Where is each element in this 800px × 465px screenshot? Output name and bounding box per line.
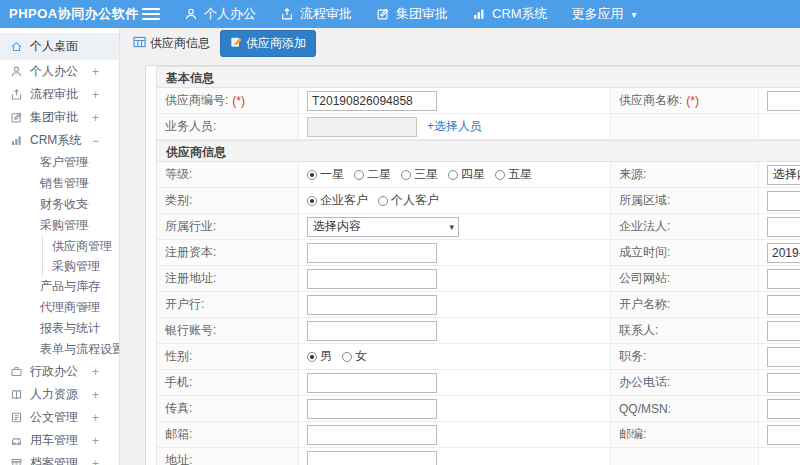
radio-female[interactable]: 女 xyxy=(342,348,367,365)
sidebar-item-customer-mgmt[interactable]: 客户管理 + xyxy=(0,152,119,173)
radio-level-5star[interactable]: 五星 xyxy=(495,166,532,183)
radio-level-2star[interactable]: 二星 xyxy=(354,166,391,183)
expand-icon[interactable]: + xyxy=(82,301,89,315)
choose-person-link[interactable]: +选择人员 xyxy=(427,118,482,135)
sidebar-item-reports-stats[interactable]: 报表与统计 xyxy=(0,318,119,339)
sidebar-item-admin-office[interactable]: 行政办公 + xyxy=(0,360,119,383)
topnav-more-apps[interactable]: 更多应用 ▾ xyxy=(572,5,637,23)
expand-icon[interactable]: + xyxy=(92,388,99,402)
radio-individual-customer[interactable]: 个人客户 xyxy=(378,192,439,209)
sidebar-item-label: 个人办公 xyxy=(30,63,78,80)
expand-icon[interactable]: + xyxy=(92,365,99,379)
collapse-icon[interactable]: − xyxy=(82,219,89,233)
address-label: 地址: xyxy=(157,448,299,465)
edit-icon xyxy=(376,7,390,21)
expand-icon[interactable]: + xyxy=(92,88,99,102)
sidebar-item-form-flow-settings[interactable]: 表单与流程设置 + xyxy=(0,339,119,360)
expand-icon[interactable]: + xyxy=(92,111,99,125)
sidebar-item-label: 财务收支 xyxy=(40,196,88,213)
expand-icon[interactable]: + xyxy=(82,198,89,212)
contact-input[interactable] xyxy=(767,321,800,341)
qq-msn-label: QQ/MSN: xyxy=(611,396,759,421)
sidebar-item-supplier-mgmt[interactable]: 供应商管理 xyxy=(43,236,119,256)
topnav-group-approval[interactable]: 集团审批 xyxy=(376,5,448,23)
fax-input[interactable] xyxy=(307,399,437,419)
website-input[interactable] xyxy=(767,269,800,289)
sales-person-input[interactable] xyxy=(307,117,417,137)
registered-address-input[interactable] xyxy=(307,269,437,289)
fax-label: 传真: xyxy=(157,396,299,421)
bar-chart-icon xyxy=(10,134,23,147)
region-input[interactable] xyxy=(767,191,800,211)
email-label: 邮箱: xyxy=(157,422,299,447)
email-input[interactable] xyxy=(307,425,437,445)
expand-icon[interactable]: + xyxy=(82,280,89,294)
empty-label-cell xyxy=(611,448,759,465)
tab-supplier-add[interactable]: 供应商添加 xyxy=(220,30,316,57)
expand-icon[interactable]: + xyxy=(92,457,99,465)
expand-icon[interactable]: + xyxy=(92,434,99,448)
bank-input[interactable] xyxy=(307,295,437,315)
book-icon xyxy=(10,388,23,401)
radio-icon xyxy=(307,196,317,206)
qq-msn-input[interactable] xyxy=(767,399,800,419)
office-phone-input[interactable] xyxy=(767,373,800,393)
founded-date-input[interactable] xyxy=(767,243,800,263)
supplier-name-label: 供应商名称:(*) xyxy=(611,88,759,113)
industry-select[interactable]: 选择内容▾ xyxy=(307,217,459,237)
sidebar-item-archive-mgmt[interactable]: 档案管理 + xyxy=(0,452,119,465)
website-label: 公司网站: xyxy=(611,266,759,291)
form-row: 注册地址: 公司网站: xyxy=(157,266,800,292)
address-input[interactable] xyxy=(307,451,437,465)
radio-level-1star[interactable]: 一星 xyxy=(307,166,344,183)
topnav-crm-system[interactable]: CRM系统 xyxy=(472,5,548,23)
content-area: 供应商信息 供应商添加 基本信息 供应商编号:(*) xyxy=(120,28,800,465)
sidebar-item-sales-mgmt[interactable]: 销售管理 + xyxy=(0,173,119,194)
sidebar-item-personal-office[interactable]: 个人办公 + xyxy=(0,60,119,83)
position-input[interactable] xyxy=(767,347,800,367)
registered-capital-input[interactable] xyxy=(307,243,437,263)
source-select[interactable]: 选择内容▾ xyxy=(767,165,800,185)
form-row: 传真: QQ/MSN: xyxy=(157,396,800,422)
sidebar-item-vehicle-mgmt[interactable]: 用车管理 + xyxy=(0,429,119,452)
radio-level-3star[interactable]: 三星 xyxy=(401,166,438,183)
hamburger-menu-icon[interactable] xyxy=(142,8,160,20)
upload-icon xyxy=(10,88,23,101)
sidebar-item-purchasing[interactable]: 采购管理 xyxy=(43,256,119,276)
supplier-name-input[interactable] xyxy=(767,91,800,111)
sidebar-item-product-inventory[interactable]: 产品与库存 + xyxy=(0,276,119,297)
expand-icon[interactable]: + xyxy=(92,411,99,425)
sidebar-item-group-approval[interactable]: 集团审批 + xyxy=(0,106,119,129)
supplier-no-input[interactable] xyxy=(307,91,437,111)
bank-account-input[interactable] xyxy=(307,321,437,341)
sidebar-item-document-mgmt[interactable]: 公文管理 + xyxy=(0,406,119,429)
expand-icon[interactable]: + xyxy=(82,156,89,170)
sidebar-item-label: 人力资源 xyxy=(30,386,78,403)
sidebar-item-label: 用车管理 xyxy=(30,432,78,449)
collapse-icon[interactable]: − xyxy=(92,134,99,148)
sidebar-item-workflow-approval[interactable]: 流程审批 + xyxy=(0,83,119,106)
sidebar-item-crm-system[interactable]: CRM系统 − xyxy=(0,129,119,152)
zip-input[interactable] xyxy=(767,425,800,445)
sidebar-item-finance[interactable]: 财务收支 + xyxy=(0,194,119,215)
sidebar-item-agent-mgmt[interactable]: 代理商管理 + xyxy=(0,297,119,318)
level-radio-group: 一星 二星 三星 四星 五星 xyxy=(307,166,532,183)
sidebar-item-personal-desktop[interactable]: 个人桌面 xyxy=(0,33,119,60)
sidebar-item-hr[interactable]: 人力资源 + xyxy=(0,383,119,406)
legal-person-input[interactable] xyxy=(767,217,800,237)
account-name-input[interactable] xyxy=(767,295,800,315)
mobile-input[interactable] xyxy=(307,373,437,393)
sidebar-item-label: 代理商管理 xyxy=(40,299,100,316)
radio-level-4star[interactable]: 四星 xyxy=(448,166,485,183)
radio-enterprise-customer[interactable]: 企业客户 xyxy=(307,192,368,209)
expand-icon[interactable]: + xyxy=(82,177,89,191)
tab-supplier-info[interactable]: 供应商信息 xyxy=(133,35,210,52)
radio-icon xyxy=(342,352,352,362)
radio-male[interactable]: 男 xyxy=(307,348,332,365)
topnav-workflow-approval[interactable]: 流程审批 xyxy=(280,5,352,23)
sidebar-item-purchase-mgmt[interactable]: 采购管理 − xyxy=(0,215,119,236)
topnav-label: 更多应用 xyxy=(572,5,624,23)
topnav-personal-office[interactable]: 个人办公 xyxy=(184,5,256,23)
expand-icon[interactable]: + xyxy=(92,65,99,79)
topnav-label: 流程审批 xyxy=(300,5,352,23)
